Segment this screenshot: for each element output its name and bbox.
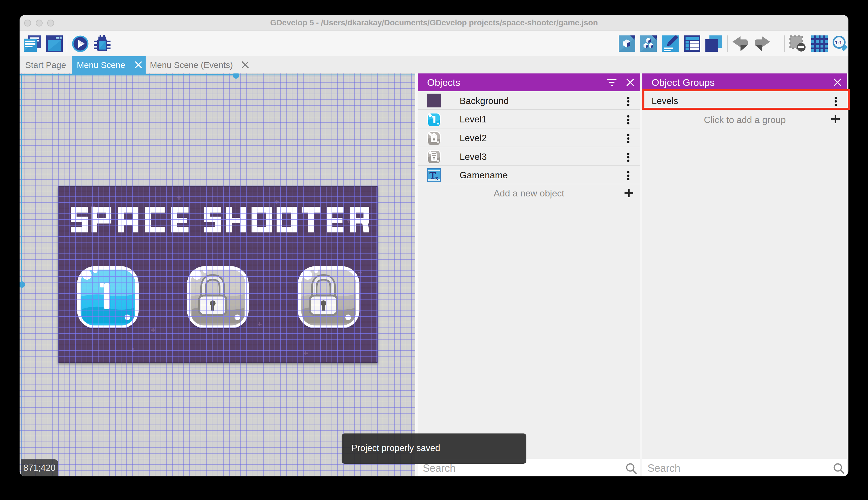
svg-text:1:1: 1:1 — [835, 40, 842, 46]
svg-text:x: x — [435, 174, 438, 181]
